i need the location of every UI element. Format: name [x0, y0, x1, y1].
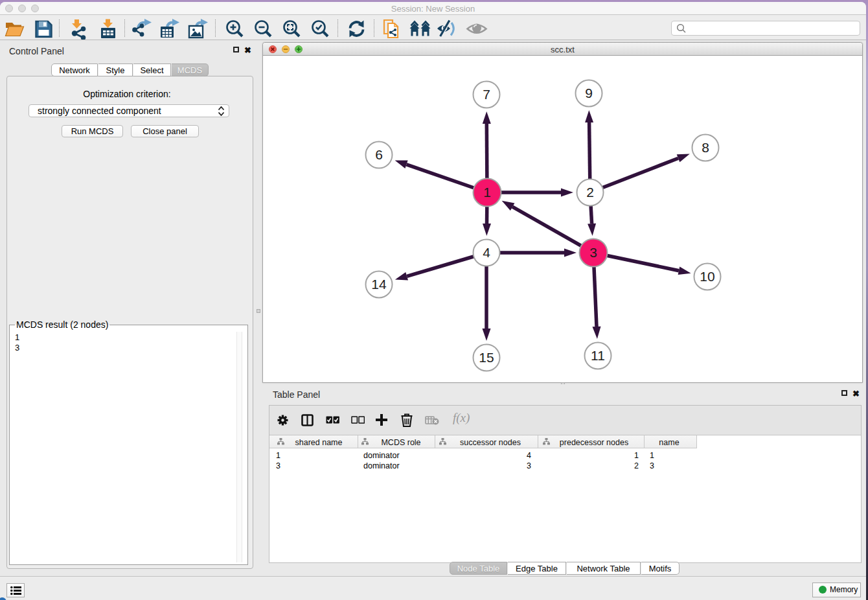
svg-text:15: 15 — [479, 350, 494, 365]
svg-text:9: 9 — [585, 86, 593, 100]
svg-text:MCDS role: MCDS role — [381, 438, 420, 447]
svg-text:shared name: shared name — [295, 438, 343, 447]
svg-text:1: 1 — [483, 185, 491, 200]
svg-text:8: 8 — [702, 140, 709, 155]
svg-text:11: 11 — [591, 348, 605, 363]
svg-text:predecessor nodes: predecessor nodes — [560, 438, 628, 447]
svg-text:6: 6 — [375, 147, 383, 162]
svg-text:name: name — [659, 438, 679, 447]
svg-text:10: 10 — [700, 269, 714, 284]
svg-text:2: 2 — [586, 185, 594, 200]
svg-text:7: 7 — [483, 87, 490, 102]
svg-text:14: 14 — [371, 277, 387, 292]
svg-text:3: 3 — [589, 245, 597, 260]
svg-text:4: 4 — [483, 245, 490, 260]
svg-text:successor nodes: successor nodes — [460, 438, 521, 447]
